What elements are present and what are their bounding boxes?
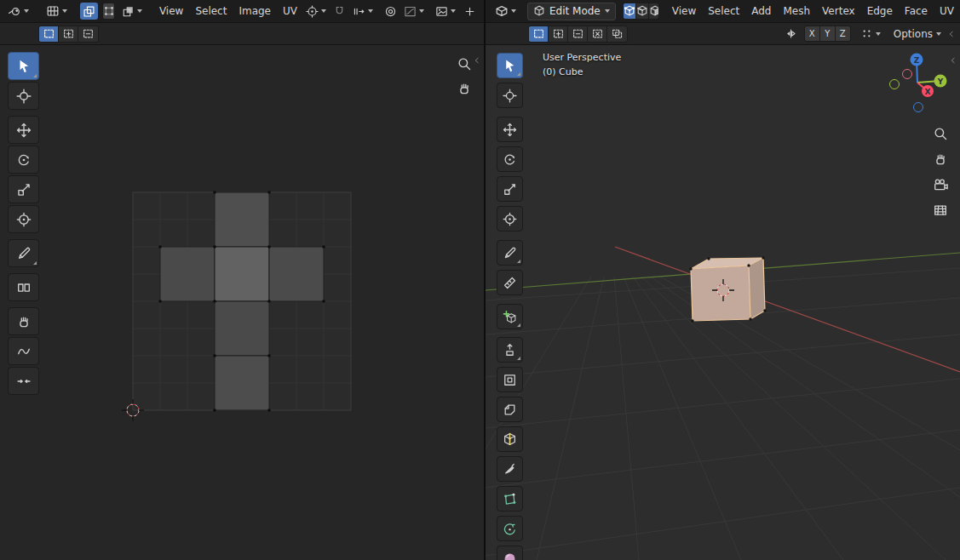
menu-add[interactable]: Add [745, 0, 777, 23]
select-set-extend-button[interactable] [59, 26, 78, 42]
menu-select[interactable]: Select [702, 0, 745, 23]
tool-measure[interactable] [497, 270, 523, 295]
uv-face[interactable] [269, 247, 324, 301]
editor-type-button[interactable] [43, 3, 70, 20]
tool-scale[interactable] [497, 176, 523, 202]
uv-face[interactable] [160, 247, 215, 301]
snap-toggle-button[interactable] [331, 3, 348, 20]
uv-face[interactable] [215, 301, 269, 356]
tool-move[interactable] [497, 117, 523, 142]
mirror-y-button[interactable]: Y [820, 26, 835, 41]
uv-sync-selection-toggle[interactable] [80, 3, 98, 20]
menu-image[interactable]: Image [233, 0, 277, 23]
uv-canvas[interactable] [0, 45, 484, 560]
viewport-pan-control[interactable] [931, 150, 950, 169]
select-set-extend-button[interactable] [549, 26, 568, 42]
tool-tweak[interactable] [497, 53, 523, 78]
vertex-select-mode-button[interactable] [103, 3, 115, 19]
viewport-ortho-toggle[interactable] [931, 201, 950, 220]
chevron-down-icon [451, 9, 456, 13]
uv-face-active[interactable] [215, 247, 269, 301]
face-mode-button[interactable] [649, 3, 659, 19]
uv-pan-control[interactable] [455, 79, 474, 98]
tool-rotate[interactable] [497, 146, 523, 172]
tool-poly-build[interactable] [497, 486, 523, 511]
mode-dropdown[interactable]: Edit Mode [527, 3, 616, 20]
uv-tool-cursor[interactable] [8, 82, 39, 110]
uv-tool-relax[interactable] [8, 337, 39, 365]
symmetry-snap-widget[interactable] [858, 26, 883, 43]
menu-vertex[interactable]: Vertex [816, 0, 861, 23]
tool-knife[interactable] [497, 456, 523, 482]
viewport-scene[interactable] [486, 45, 960, 560]
uv-space[interactable] [0, 45, 484, 560]
menu-view[interactable]: View [153, 0, 189, 23]
navigation-gizmo[interactable]: Z Y X [885, 49, 951, 118]
image-browser-dropdown[interactable] [433, 3, 458, 20]
select-extend-icon [552, 27, 565, 40]
cube-mesh[interactable] [689, 256, 766, 322]
uv-tool-scale[interactable] [8, 175, 39, 203]
sticky-selection-dropdown[interactable] [119, 3, 145, 20]
pivot-point-dropdown[interactable] [303, 3, 329, 20]
new-image-button[interactable] [461, 3, 479, 20]
select-set-new-button[interactable] [529, 26, 549, 42]
uv-tool-grab[interactable] [8, 307, 39, 335]
cube-side-face[interactable] [749, 258, 765, 319]
tool-annotate[interactable] [497, 240, 523, 266]
vertex-mode-button[interactable] [624, 3, 636, 19]
proportional-falloff-dropdown[interactable] [401, 3, 427, 20]
uv-tool-annotate[interactable] [8, 239, 39, 267]
tool-loop-cut[interactable] [497, 426, 523, 452]
menu-view[interactable]: View [666, 0, 702, 23]
viewport-zoom-control[interactable] [931, 124, 950, 143]
tool-cursor[interactable] [497, 83, 523, 108]
select-set-intersect-button[interactable] [607, 26, 627, 42]
uv-face[interactable] [215, 192, 269, 247]
tool-bevel[interactable] [497, 397, 523, 422]
menu-face[interactable]: Face [899, 0, 934, 23]
viewport-canvas[interactable]: User Perspective (0) Cube Z Y X [486, 45, 960, 560]
snap-settings-dropdown[interactable] [350, 3, 376, 20]
proportional-editing-toggle[interactable] [382, 3, 400, 20]
uv-face[interactable] [215, 356, 269, 410]
tool-spin[interactable] [497, 516, 523, 541]
options-dropdown[interactable]: Options [888, 26, 946, 43]
uv-tool-rotate[interactable] [8, 146, 39, 174]
select-set-subtract-button[interactable] [78, 26, 98, 42]
gizmo-z-negative[interactable] [914, 103, 923, 112]
mirror-z-button[interactable]: Z [836, 26, 850, 41]
select-intersect-icon [611, 27, 624, 40]
tool-inset-faces[interactable] [497, 367, 523, 392]
uv-zoom-control[interactable] [455, 54, 474, 73]
gizmo-y-negative[interactable] [890, 80, 900, 89]
gizmo-x-negative[interactable] [903, 70, 912, 79]
menu-uv[interactable]: UV [277, 0, 303, 23]
tool-settings-overflow[interactable] [946, 29, 957, 39]
tool-transform[interactable] [497, 206, 523, 231]
tool-smooth[interactable] [497, 546, 523, 560]
blender-menu-button[interactable] [5, 3, 32, 20]
uv-sidebar-toggle[interactable] [472, 55, 482, 66]
menu-edge[interactable]: Edge [861, 0, 899, 23]
viewport-sidebar-toggle[interactable] [948, 55, 958, 66]
uv-tool-move[interactable] [8, 116, 39, 144]
viewport-camera-toggle[interactable] [931, 175, 950, 194]
menu-mesh[interactable]: Mesh [777, 0, 816, 23]
menu-uv[interactable]: UV [934, 0, 960, 23]
editor-type-button[interactable] [492, 3, 519, 20]
tool-add-cube[interactable] [497, 304, 523, 329]
uv-tool-pinch[interactable] [8, 367, 39, 395]
select-set-subtract-button[interactable] [568, 26, 588, 42]
select-set-new-button[interactable] [39, 26, 59, 42]
menu-select[interactable]: Select [189, 0, 233, 23]
uv-tool-rip-region[interactable] [8, 273, 39, 301]
mirror-x-button[interactable]: X [805, 26, 819, 41]
uv-tool-tweak[interactable] [8, 52, 39, 80]
select-set-invert-button[interactable] [588, 26, 607, 42]
tweak-cursor-icon [503, 59, 517, 73]
tool-extrude-region[interactable] [497, 337, 523, 363]
uv-tool-transform[interactable] [8, 205, 39, 233]
edge-mode-button[interactable] [636, 3, 649, 19]
cube-front-face[interactable] [691, 266, 750, 321]
